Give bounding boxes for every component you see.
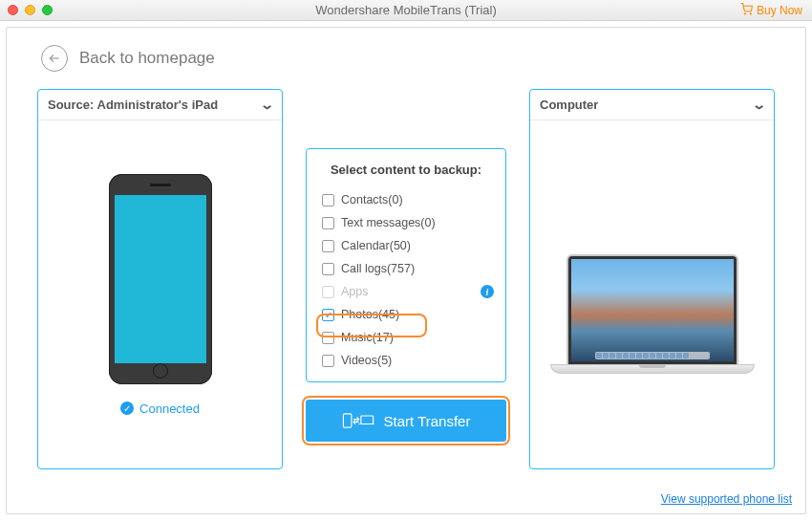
phone-screen [115, 195, 206, 363]
buy-now-label: Buy Now [757, 4, 802, 17]
content-label: Text messages(0) [341, 216, 436, 229]
content-row-photos: ✓ Photos(45) [320, 303, 492, 326]
content-label: Contacts(0) [341, 193, 403, 206]
checkbox-music[interactable] [322, 332, 334, 344]
content-label: Videos(5) [341, 354, 392, 367]
content-row-videos: Videos(5) [320, 349, 492, 372]
back-button[interactable] [41, 45, 68, 72]
laptop-illustration [550, 254, 755, 374]
content-row-call-logs: Call logs(757) [320, 257, 492, 280]
destination-header[interactable]: Computer ⌄ [530, 90, 774, 120]
back-row: Back to homepage [7, 28, 805, 89]
content-row-contacts: Contacts(0) [320, 188, 492, 211]
svg-rect-4 [360, 416, 373, 424]
source-panel: Source: Administrator's iPad ⌄ ✓ Connect… [37, 89, 283, 469]
checkbox-apps [322, 286, 334, 298]
checkbox-calendar[interactable] [322, 240, 334, 252]
titlebar: Wondershare MobileTrans (Trial) Buy Now [0, 0, 812, 21]
destination-device-area [530, 120, 774, 468]
middle-column: Select content to backup: Contacts(0) Te… [306, 148, 506, 442]
destination-panel: Computer ⌄ [529, 89, 775, 469]
laptop-dock [595, 352, 710, 359]
checkbox-contacts[interactable] [322, 194, 334, 206]
content-label: Apps [341, 285, 369, 298]
content-row-apps: Apps i [320, 280, 492, 303]
laptop-base [550, 364, 755, 374]
connection-status: ✓ Connected [120, 402, 200, 416]
main-frame: Back to homepage Source: Administrator's… [6, 27, 806, 514]
destination-title: Computer [540, 98, 598, 112]
checkbox-call-logs[interactable] [322, 263, 334, 275]
check-circle-icon: ✓ [120, 402, 134, 415]
laptop-screen [566, 254, 738, 364]
start-transfer-button[interactable]: Start Transfer [306, 400, 506, 442]
arrow-left-icon [48, 52, 61, 65]
select-content-panel: Select content to backup: Contacts(0) Te… [306, 148, 506, 382]
start-transfer-wrap: Start Transfer [306, 400, 506, 442]
columns: Source: Administrator's iPad ⌄ ✓ Connect… [7, 89, 805, 469]
content-label: Music(17) [341, 331, 394, 344]
transfer-icon [342, 411, 374, 430]
window-title: Wondershare MobileTrans (Trial) [0, 3, 812, 17]
back-label: Back to homepage [79, 49, 215, 68]
content-label: Calendar(50) [341, 239, 411, 252]
content-row-music: Music(17) [320, 326, 492, 349]
cart-icon [740, 3, 753, 18]
source-header[interactable]: Source: Administrator's iPad ⌄ [38, 90, 282, 120]
chevron-down-icon: ⌄ [260, 98, 274, 112]
svg-rect-3 [343, 414, 352, 427]
checkbox-text-messages[interactable] [322, 217, 334, 229]
laptop-wallpaper [571, 259, 734, 361]
select-content-title: Select content to backup: [320, 163, 492, 177]
content-row-text-messages: Text messages(0) [320, 211, 492, 234]
content-label: Call logs(757) [341, 262, 415, 275]
chevron-down-icon: ⌄ [752, 98, 766, 112]
supported-phone-list-link[interactable]: View supported phone list [661, 492, 792, 506]
checkbox-videos[interactable] [322, 355, 334, 367]
svg-point-1 [750, 12, 751, 13]
svg-point-0 [744, 12, 745, 13]
content-row-calendar: Calendar(50) [320, 234, 492, 257]
info-icon[interactable]: i [481, 285, 494, 298]
buy-now-link[interactable]: Buy Now [740, 3, 802, 18]
source-device-area: ✓ Connected [38, 120, 282, 468]
source-title: Source: Administrator's iPad [48, 98, 218, 112]
connection-status-label: Connected [139, 402, 200, 416]
checkbox-photos[interactable]: ✓ [322, 309, 334, 321]
content-label: Photos(45) [341, 308, 399, 321]
phone-illustration [109, 174, 212, 384]
start-transfer-label: Start Transfer [384, 413, 471, 429]
